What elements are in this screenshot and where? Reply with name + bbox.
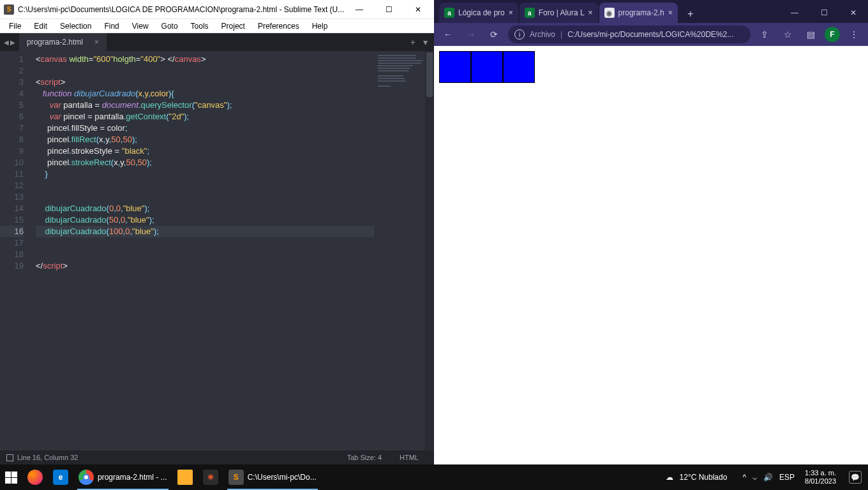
notifications-icon[interactable]: 💬 — [849, 471, 862, 484]
menu-edit[interactable]: Edit — [27, 20, 54, 32]
close-button[interactable]: ✕ — [839, 3, 868, 23]
taskbar-app[interactable]: ✳ — [198, 464, 223, 490]
taskbar-app-icon — [79, 470, 94, 485]
statusbar-icon — [6, 454, 13, 461]
sublime-tab-strip: ◀ ▶ programa-2.html × + ▾ — [0, 33, 434, 51]
sublime-app-icon: S — [4, 4, 14, 15]
editor-tab-close-icon[interactable]: × — [94, 38, 99, 47]
canvas-square — [503, 51, 535, 83]
windows-taskbar: eprograma-2.html - ...✳SC:\Users\mi-pc\D… — [0, 464, 868, 490]
taskbar-app-label: programa-2.html - ... — [98, 473, 167, 482]
reload-button[interactable]: ⟳ — [485, 26, 503, 43]
menu-tools[interactable]: Tools — [184, 20, 215, 32]
taskbar-app[interactable] — [22, 464, 48, 490]
taskbar-app[interactable]: SC:\Users\mi-pc\Do... — [223, 464, 322, 490]
taskbar-app[interactable]: e — [48, 464, 73, 490]
code-content[interactable]: <canvas width="600"holgth="400"> </canva… — [31, 51, 374, 450]
taskbar-app[interactable]: programa-2.html - ... — [73, 464, 172, 490]
browser-tab[interactable]: aLógica de pro× — [439, 3, 518, 23]
nav-forward-icon[interactable]: ▶ — [10, 39, 15, 46]
volume-icon[interactable]: 🔊 — [763, 473, 773, 482]
editor-tab[interactable]: programa-2.html × — [19, 33, 107, 51]
tray-chevron-icon[interactable]: ^ — [742, 473, 746, 482]
favicon-icon: a — [525, 8, 535, 18]
minimize-button[interactable]: — — [345, 0, 374, 19]
sublime-menubar: FileEditSelectionFindViewGotoToolsProjec… — [0, 19, 434, 33]
taskbar-app-icon — [27, 470, 43, 485]
share-icon[interactable]: ⇪ — [756, 26, 774, 43]
menu-preferences[interactable]: Preferences — [251, 20, 306, 32]
tab-close-icon[interactable]: × — [588, 8, 593, 17]
input-language[interactable]: ESP — [779, 473, 795, 482]
taskbar-app-icon — [177, 470, 193, 485]
url-scheme-label: Archivo — [530, 30, 555, 39]
weather-text[interactable]: 12°C Nublado — [680, 473, 728, 482]
chrome-window: aLógica de pro×aForo | Alura L×◉programa… — [434, 0, 868, 464]
back-button[interactable]: ← — [439, 26, 457, 43]
network-icon[interactable]: ⌵ — [752, 473, 757, 482]
profile-avatar[interactable]: F — [825, 27, 840, 42]
address-bar[interactable]: i Archivo | C:/Users/mi-pc/Documents/LOG… — [508, 26, 751, 43]
vertical-scrollbar[interactable] — [425, 51, 434, 450]
browser-tab[interactable]: ◉programa-2.h× — [599, 3, 678, 23]
line-number-gutter: 12345678910111213141516171819 — [0, 51, 31, 450]
tab-close-icon[interactable]: × — [509, 8, 513, 17]
url-separator: | — [560, 30, 562, 39]
taskbar-app-label: C:\Users\mi-pc\Do... — [248, 473, 317, 482]
menu-find[interactable]: Find — [98, 20, 125, 32]
syntax-indicator[interactable]: HTML — [391, 454, 428, 461]
menu-help[interactable]: Help — [306, 20, 334, 32]
canvas-output — [439, 51, 535, 83]
maximize-button[interactable]: ☐ — [374, 0, 403, 19]
kebab-menu-icon[interactable]: ⋮ — [845, 26, 863, 43]
menu-goto[interactable]: Goto — [155, 20, 184, 32]
new-tab-button[interactable]: + — [410, 37, 415, 47]
menu-view[interactable]: View — [126, 20, 155, 32]
maximize-button[interactable]: ☐ — [809, 3, 839, 23]
menu-file[interactable]: File — [3, 20, 27, 32]
bookmark-star-icon[interactable]: ☆ — [779, 26, 797, 43]
side-panel-icon[interactable]: ▤ — [802, 26, 819, 43]
rendered-page — [434, 46, 868, 464]
tab-close-icon[interactable]: × — [668, 8, 673, 17]
taskbar-app[interactable] — [172, 464, 198, 490]
favicon-icon: a — [444, 8, 454, 18]
favicon-icon: ◉ — [604, 8, 615, 18]
canvas-square — [471, 51, 503, 83]
taskbar-clock[interactable]: 1:33 a. m. 8/01/2023 — [801, 469, 840, 486]
sublime-statusbar: Line 16, Column 32 Tab Size: 4 HTML — [0, 450, 434, 464]
window-title: C:\Users\mi-pc\Documents\LOGICA DE PROGR… — [18, 5, 345, 14]
site-info-icon[interactable]: i — [514, 29, 525, 40]
minimap[interactable] — [374, 51, 425, 450]
sublime-titlebar[interactable]: S C:\Users\mi-pc\Documents\LOGICA DE PRO… — [0, 0, 434, 19]
system-tray: ☁ 12°C Nublado ^ ⌵ 🔊 ESP 1:33 a. m. 8/01… — [662, 469, 868, 486]
editor-tab-label: programa-2.html — [27, 38, 83, 47]
taskbar-app-icon: e — [53, 470, 68, 485]
sublime-window: S C:\Users\mi-pc\Documents\LOGICA DE PRO… — [0, 0, 434, 464]
new-tab-button[interactable]: + — [682, 5, 700, 23]
minimize-button[interactable]: — — [780, 3, 809, 23]
tab-title: programa-2.h — [618, 8, 664, 17]
editor-area[interactable]: 12345678910111213141516171819 <canvas wi… — [0, 51, 434, 450]
windows-logo-icon — [5, 471, 17, 484]
tab-overflow-button[interactable]: ▾ — [423, 37, 428, 47]
browser-tab[interactable]: aForo | Alura L× — [520, 3, 598, 23]
chrome-tab-strip: aLógica de pro×aForo | Alura L×◉programa… — [434, 0, 868, 23]
clock-date: 8/01/2023 — [805, 477, 836, 486]
url-path: C:/Users/mi-pc/Documents/LOGICA%20DE%2..… — [567, 30, 733, 39]
tab-size-indicator[interactable]: Tab Size: 4 — [338, 454, 391, 461]
tab-title: Lógica de pro — [458, 8, 505, 17]
menu-selection[interactable]: Selection — [54, 20, 98, 32]
menu-project[interactable]: Project — [215, 20, 251, 32]
chrome-toolbar: ← → ⟳ i Archivo | C:/Users/mi-pc/Documen… — [434, 23, 868, 46]
close-button[interactable]: ✕ — [403, 0, 433, 19]
tab-title: Foro | Alura L — [539, 8, 585, 17]
taskbar-app-icon: S — [228, 470, 244, 485]
clock-time: 1:33 a. m. — [805, 469, 836, 477]
nav-back-icon[interactable]: ◀ — [4, 39, 9, 46]
taskbar-app-icon: ✳ — [203, 470, 218, 485]
forward-button[interactable]: → — [462, 26, 480, 43]
weather-icon[interactable]: ☁ — [666, 473, 673, 482]
cursor-position: Line 16, Column 32 — [17, 454, 78, 461]
start-button[interactable] — [0, 464, 22, 490]
